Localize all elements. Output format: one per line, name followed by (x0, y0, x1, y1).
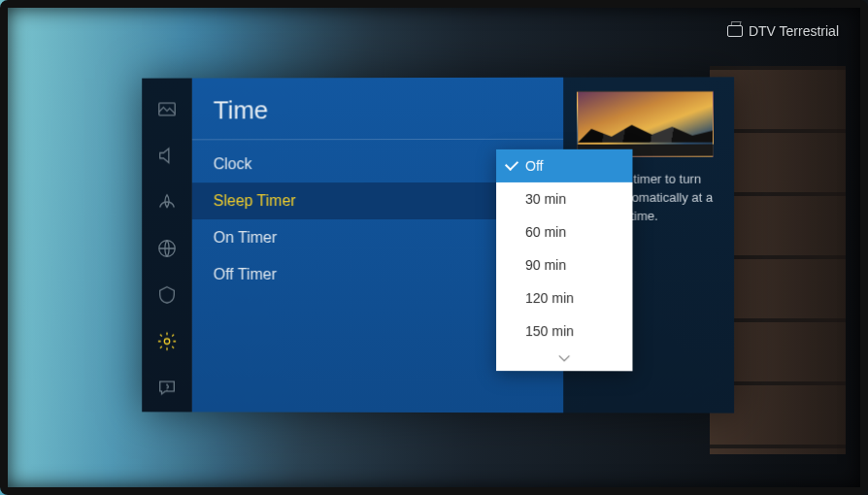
chevron-down-icon[interactable] (496, 347, 632, 371)
picture-icon[interactable] (153, 96, 181, 123)
option-90[interactable]: 90 min (496, 248, 632, 281)
settings-osd-panel: Time Clock Sleep Timer On Timer Off Time… (142, 77, 734, 412)
option-150[interactable]: 150 min (496, 314, 632, 347)
settings-icon[interactable] (153, 328, 181, 355)
svg-point-2 (164, 339, 169, 344)
source-status-badge: DTV Terrestrial (727, 23, 839, 39)
sound-icon[interactable] (153, 142, 181, 169)
page-title: Time (192, 91, 563, 140)
source-label: DTV Terrestrial (749, 23, 839, 39)
option-120[interactable]: 120 min (496, 281, 632, 314)
option-60[interactable]: 60 min (496, 215, 632, 248)
broadcast-icon[interactable] (153, 188, 181, 215)
support-icon[interactable] (153, 375, 181, 402)
category-rail (142, 79, 192, 412)
system-icon[interactable] (153, 281, 181, 309)
sleep-timer-dropdown: Off 30 min 60 min 90 min 120 min 150 min (496, 149, 632, 372)
submenu-column: Time Clock Sleep Timer On Timer Off Time… (192, 78, 563, 413)
option-off[interactable]: Off (496, 149, 632, 182)
preview-thumbnail (577, 90, 714, 156)
network-icon[interactable] (153, 235, 181, 262)
tv-icon (727, 25, 743, 37)
option-30[interactable]: 30 min (496, 182, 632, 215)
divider (192, 139, 563, 141)
